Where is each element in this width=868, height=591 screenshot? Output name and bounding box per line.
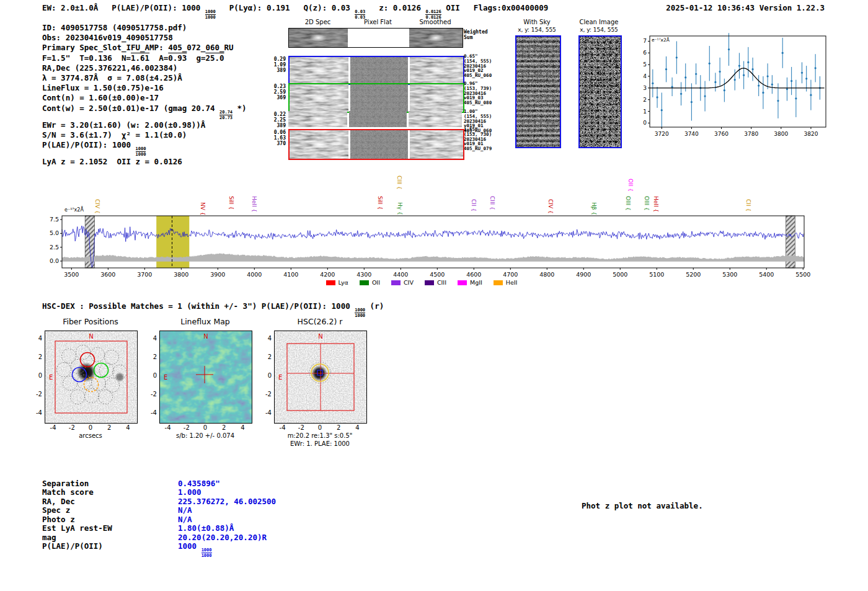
hsc-header-suffix: (r) bbox=[365, 301, 384, 311]
legend-swatch bbox=[494, 280, 503, 285]
y-tick-label: 2 bbox=[643, 97, 647, 103]
match-value-text: 1.80(±0.88)Å bbox=[178, 523, 234, 533]
cutout-y-tick-label: 4 bbox=[257, 335, 272, 342]
info-part: 25.0 bbox=[205, 53, 224, 63]
emission-blob bbox=[309, 115, 327, 123]
spec2d-flat-image bbox=[350, 84, 408, 112]
smooth-cutout bbox=[410, 130, 463, 159]
emission-line-label: OIII { bbox=[644, 196, 650, 211]
header-datetime-version: 2025-01-12 10:36:43 Version 1.22.3 bbox=[666, 3, 825, 12]
data-point bbox=[801, 72, 803, 74]
x-tick-label: 4900 bbox=[576, 271, 591, 278]
data-point bbox=[758, 84, 760, 86]
hsc-header-text: HSC-DEX : Possible Matches = 1 (within +… bbox=[42, 301, 355, 311]
stat-value: 1.09 bbox=[270, 62, 286, 68]
data-point bbox=[684, 76, 686, 78]
spec-cutout bbox=[288, 111, 347, 127]
data-point bbox=[751, 68, 753, 70]
spec2d-row-stats: 0.291.09389 bbox=[270, 56, 286, 73]
data-point bbox=[762, 92, 764, 94]
stacked-fraction: 10001000 bbox=[205, 9, 216, 20]
clean-image bbox=[578, 35, 622, 148]
header-segment-text: EW: 2.0±1.0Å bbox=[42, 3, 98, 12]
cutout-fiber: NE bbox=[45, 331, 138, 424]
cutout-x-tick-label: -4 bbox=[161, 424, 175, 431]
emission-line-label: Hγ { bbox=[397, 202, 403, 215]
x-tick-label: 3820 bbox=[804, 131, 818, 137]
spec2d-flat-image bbox=[350, 130, 408, 159]
noise-texture bbox=[349, 111, 407, 127]
data-point bbox=[738, 64, 740, 66]
legend-label: OII bbox=[372, 279, 380, 286]
data-point bbox=[661, 109, 663, 111]
data-point bbox=[671, 86, 673, 87]
pixel-flat-texture bbox=[350, 57, 408, 84]
detection-info-block: ID: 4090517758 (4090517758.pdf)Obs: 2023… bbox=[42, 23, 247, 167]
match-row-value: 225.376272, 46.002500 bbox=[178, 497, 276, 506]
emission-blob bbox=[428, 141, 445, 148]
emission-blob bbox=[428, 67, 445, 74]
emission-line-label: SiII { bbox=[228, 196, 234, 210]
data-point bbox=[815, 67, 817, 69]
faint-blob bbox=[115, 372, 125, 382]
match-value-text: 0.435896" bbox=[178, 479, 220, 488]
emission-line-label: HeII { bbox=[653, 196, 659, 212]
cutout-y-tick-label: 0 bbox=[27, 372, 42, 379]
stat-value: 1.63 bbox=[270, 135, 286, 141]
smooth-cutout bbox=[409, 29, 463, 47]
spec2d-col-header-pixelflat: Pixel Flat bbox=[349, 19, 407, 25]
x-tick-label: 4100 bbox=[283, 271, 298, 278]
fraction-numerator: 1000 bbox=[355, 308, 365, 313]
legend-label: HeII bbox=[506, 279, 518, 286]
noise-texture bbox=[580, 37, 621, 147]
noise-texture bbox=[516, 37, 560, 147]
with-sky-coords: x, y: 154, 555 bbox=[503, 27, 571, 33]
spec2d-spec-image bbox=[290, 130, 348, 159]
emission-line-label: CIV { bbox=[94, 199, 100, 214]
data-point bbox=[747, 61, 749, 63]
spec2d-row-meta: 1.55"(153, 730)20230416v019_01405_RU_079 bbox=[464, 127, 501, 151]
data-point bbox=[652, 82, 653, 84]
north-label: N bbox=[318, 333, 322, 340]
spec2d-smooth-image bbox=[410, 57, 463, 84]
spec2d-row bbox=[288, 56, 464, 85]
cutout-xlabel-lineflux: s/b: 1.20 +/- 0.074 bbox=[141, 432, 270, 439]
east-label: E bbox=[278, 374, 282, 381]
header-segment: EW: 2.0±1.0Å bbox=[42, 3, 98, 12]
fraction-numerator: 1000 bbox=[202, 548, 212, 553]
data-point bbox=[786, 88, 788, 90]
cutout-xlabel-fiber: arcsecs bbox=[26, 432, 155, 439]
weighted-sum-label: Weighted Sum bbox=[464, 29, 494, 40]
spec-cutout bbox=[290, 130, 348, 159]
match-row-value: N/A bbox=[178, 515, 192, 524]
spec2d-col-header-smoothed: Smoothed bbox=[409, 19, 462, 25]
spec2d-row-stats: 0.061.63370 bbox=[270, 130, 286, 146]
data-point bbox=[743, 74, 745, 76]
header-segment: P(Lyα): 0.191 bbox=[229, 3, 290, 12]
x-tick-label: 5400 bbox=[759, 271, 774, 278]
fraction-numerator: 1000 bbox=[136, 146, 146, 151]
header-segment-text: z: 0.0126 bbox=[379, 3, 425, 12]
stat-value: 2.25 bbox=[270, 117, 286, 123]
cutout-x-tick-label: 2 bbox=[331, 424, 346, 431]
y-tick-label: 7 bbox=[643, 38, 647, 44]
x-tick-label: 5100 bbox=[649, 271, 664, 278]
stacked-fraction: 10001000 bbox=[136, 146, 146, 157]
legend-swatch bbox=[425, 280, 434, 285]
x-tick-label: 3760 bbox=[714, 131, 728, 137]
x-tick-label: 4700 bbox=[503, 271, 518, 278]
data-point bbox=[714, 81, 716, 83]
info-line: LineFlux = 1.50(±0.75)e-16 bbox=[42, 83, 247, 93]
east-label: E bbox=[49, 374, 53, 381]
legend-item: MgII bbox=[458, 279, 482, 286]
cutout-x-tick-label: -2 bbox=[179, 424, 194, 431]
spec2d-smooth-image bbox=[409, 111, 462, 127]
header-segment-text: Flags:0x00400009 bbox=[474, 3, 548, 12]
cutout-x-tick-label: 4 bbox=[350, 424, 365, 431]
y-tick-label: 4 bbox=[643, 73, 647, 79]
spec2d-row-stats: 0.222.25389 bbox=[270, 112, 286, 128]
info-line: λ = 3774.87Å σ = 7.08(±4.25)Å bbox=[42, 73, 247, 83]
match-row-label: Match score bbox=[42, 487, 94, 497]
emission-line-label: SiII { bbox=[377, 196, 383, 210]
cutout-y-tick-label: -2 bbox=[142, 391, 157, 398]
